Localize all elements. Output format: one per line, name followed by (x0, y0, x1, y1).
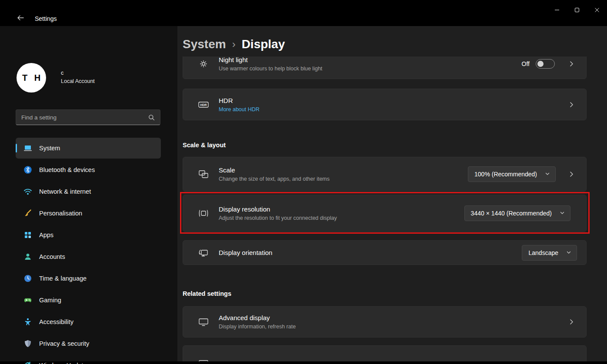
network-icon (23, 187, 32, 196)
maximize-icon (574, 7, 580, 13)
chevron-right-icon (566, 319, 577, 325)
breadcrumb: System › Display (183, 37, 285, 51)
night-light-toggle-state: Off (522, 60, 530, 67)
sidebar-item-label: Bluetooth & devices (39, 166, 95, 173)
personalisation-icon (23, 209, 32, 218)
sidebar-item-label: Windows Update (39, 362, 87, 364)
display-resolution-subtitle: Adjust the resolution to fit your connec… (219, 215, 464, 221)
sidebar-item-label: Time & language (39, 275, 87, 282)
advanced-display-title: Advanced display (219, 314, 566, 321)
sidebar-item-label: System (39, 145, 60, 152)
scale-subtitle: Change the size of text, apps, and other… (219, 176, 468, 182)
sidebar-item-bluetooth-devices[interactable]: Bluetooth & devices (16, 159, 161, 180)
scale-row[interactable]: Scale Change the size of text, apps, and… (183, 157, 587, 192)
partial-row-icon (198, 353, 209, 361)
night-light-subtitle: Use warmer colours to help block blue li… (219, 66, 522, 72)
sidebar-item-accounts[interactable]: Accounts (16, 246, 161, 267)
user-name: c (61, 70, 63, 76)
sidebar: T H c Local Account System Bluetooth & (0, 26, 177, 361)
night-light-row[interactable]: Night light Use warmer colours to help b… (183, 56, 587, 79)
back-button[interactable] (13, 13, 28, 25)
main-content: System › Display Night light Use warmer … (177, 26, 607, 361)
display-orientation-row[interactable]: Display orientation Landscape (183, 240, 587, 265)
hdr-row[interactable]: HDR HDR More about HDR (183, 89, 587, 120)
svg-text:HDR: HDR (200, 103, 207, 106)
sidebar-item-privacy-security[interactable]: Privacy & security (16, 333, 161, 354)
gaming-icon (23, 296, 32, 304)
accounts-icon (23, 252, 32, 261)
chevron-right-icon (566, 61, 577, 67)
back-arrow-icon (17, 14, 24, 23)
time-language-icon (23, 274, 32, 283)
scale-dropdown-value: 100% (Recommended) (474, 171, 537, 178)
maximize-button[interactable] (567, 0, 587, 20)
sidebar-item-apps[interactable]: Apps (16, 225, 161, 245)
hdr-more-link[interactable]: More about HDR (219, 106, 566, 113)
accessibility-icon (23, 318, 32, 326)
display-resolution-title: Display resolution (219, 205, 464, 213)
advanced-display-row[interactable]: Advanced display Display information, re… (183, 306, 587, 338)
minimize-button[interactable] (547, 0, 567, 20)
close-button[interactable] (587, 0, 607, 20)
search-input[interactable] (16, 114, 148, 121)
sidebar-item-label: Personalisation (39, 210, 82, 217)
window-controls (547, 0, 607, 25)
sidebar-item-label: Privacy & security (39, 340, 89, 347)
display-resolution-icon (198, 208, 209, 219)
breadcrumb-separator-icon: › (232, 38, 236, 50)
display-orientation-title: Display orientation (219, 249, 522, 256)
partial-bottom-row[interactable] (183, 345, 587, 361)
sidebar-item-gaming[interactable]: Gaming (16, 290, 161, 311)
close-icon (594, 7, 600, 13)
minimize-icon (554, 7, 560, 13)
scale-dropdown[interactable]: 100% (Recommended) (468, 166, 556, 182)
page-title: Display (242, 37, 285, 51)
sidebar-item-personalisation[interactable]: Personalisation (16, 203, 161, 224)
windows-update-icon (23, 361, 32, 364)
privacy-security-icon (23, 339, 32, 348)
avatar[interactable]: T H (17, 63, 46, 93)
advanced-display-icon (198, 316, 209, 328)
sidebar-item-label: Accessibility (39, 318, 73, 325)
display-resolution-row[interactable]: Display resolution Adjust the resolution… (183, 195, 587, 232)
display-resolution-dropdown[interactable]: 3440 × 1440 (Recommended) (464, 205, 570, 221)
sidebar-item-time-language[interactable]: Time & language (16, 268, 161, 289)
sidebar-item-accessibility[interactable]: Accessibility (16, 311, 161, 332)
sidebar-item-label: Network & internet (39, 188, 91, 195)
advanced-display-subtitle: Display information, refresh rate (219, 324, 566, 330)
sidebar-item-label: Gaming (39, 297, 61, 304)
toggle-knob (537, 61, 544, 67)
sidebar-item-windows-update[interactable]: Windows Update (16, 355, 161, 364)
account-type: Local Account (61, 78, 95, 84)
apps-icon (23, 231, 32, 239)
display-orientation-icon (198, 247, 209, 258)
system-icon (23, 144, 32, 152)
hdr-icon: HDR (198, 99, 209, 110)
settings-scroll-area: Night light Use warmer colours to help b… (177, 56, 607, 361)
sidebar-item-system[interactable]: System (16, 138, 161, 159)
night-light-icon (198, 59, 209, 69)
chevron-down-icon (545, 170, 550, 178)
display-orientation-dropdown[interactable]: Landscape (522, 245, 577, 261)
scale-icon (198, 169, 209, 180)
selected-accent-pill (16, 144, 17, 152)
search-icon[interactable] (148, 114, 155, 121)
bluetooth-icon (23, 165, 32, 174)
chevron-right-icon (566, 171, 577, 177)
titlebar: Settings (0, 0, 607, 26)
scale-title: Scale (219, 166, 468, 174)
display-orientation-value: Landscape (528, 249, 558, 256)
breadcrumb-parent[interactable]: System (183, 37, 226, 51)
sidebar-item-label: Accounts (39, 253, 65, 260)
sidebar-item-label: Apps (39, 232, 53, 238)
chevron-down-icon (566, 249, 571, 257)
hdr-title: HDR (219, 97, 566, 104)
chevron-down-icon (560, 209, 565, 217)
night-light-toggle[interactable] (536, 59, 555, 69)
search-box (16, 109, 160, 125)
night-light-title: Night light (219, 56, 522, 63)
sidebar-nav: System Bluetooth & devices Network & int… (16, 138, 161, 364)
sidebar-item-network-internet[interactable]: Network & internet (16, 181, 161, 202)
settings-window: Settings T H c Local Account (0, 0, 607, 364)
section-header-scale-layout: Scale & layout (183, 142, 226, 149)
